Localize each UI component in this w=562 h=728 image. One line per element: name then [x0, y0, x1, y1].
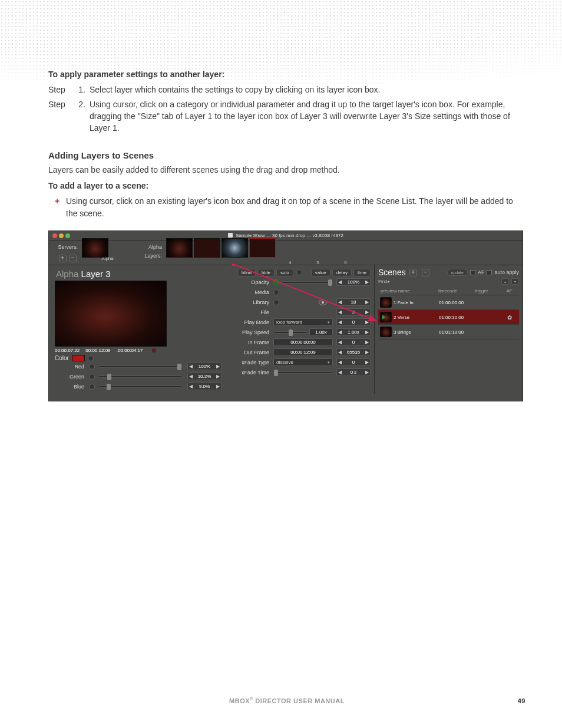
file-stepper[interactable]: ◀9▶ — [336, 308, 371, 316]
eye-icon[interactable] — [319, 299, 327, 305]
server-name-big: Alpha — [137, 244, 166, 250]
playspeed-slider[interactable] — [273, 331, 307, 334]
bullet-text: Using cursor, click on an existing layer… — [66, 195, 525, 220]
step-row: Step 2. Using cursor, click on a categor… — [48, 98, 525, 134]
inframe-stepper[interactable]: ◀0▶ — [336, 338, 371, 346]
playspeed-stepper[interactable]: ◀1.00x▶ — [336, 328, 371, 336]
scene-row[interactable]: 3 Bridge 01:01:18:00 — [378, 325, 519, 340]
remove-scene-button[interactable]: − — [422, 269, 429, 276]
delay-tab[interactable]: delay — [332, 269, 352, 276]
blind-button[interactable]: blind — [237, 269, 256, 276]
layer-thumb-1[interactable] — [194, 238, 220, 258]
gear-icon[interactable]: ✿ — [500, 314, 519, 321]
timecode-row: 00:00:07:22 00:00:12:09 -00:00:04:17 — [55, 348, 222, 353]
param-media: Media — [229, 287, 371, 297]
page-number: 49 — [345, 697, 525, 704]
scenes-header: Scenes + − update AF auto apply — [378, 268, 519, 277]
layer-preview[interactable] — [55, 281, 167, 347]
solo-indicator-icon — [296, 269, 302, 275]
xfadetime-slider[interactable] — [273, 371, 333, 374]
slider-label: Blue — [55, 384, 87, 390]
scene-timecode: 01:01:18:00 — [439, 330, 475, 335]
scene-name: 1 Fade In — [394, 300, 439, 305]
layer-slot-4[interactable]: 4 — [277, 238, 303, 258]
slider-label: Red — [55, 364, 87, 370]
bullet-row: + Using cursor, click on an existing lay… — [48, 195, 525, 220]
record-indicator-icon — [152, 348, 156, 353]
playmode-stepper[interactable]: ◀0▶ — [336, 318, 371, 326]
red-slider[interactable] — [98, 365, 182, 368]
step-label: Step — [48, 98, 77, 134]
server-thumb[interactable] — [82, 238, 108, 258]
value-tab[interactable]: value — [311, 269, 330, 276]
red-stepper[interactable]: ◀100%▶ — [187, 363, 222, 370]
find-label[interactable]: Find▸ — [378, 279, 390, 284]
page-footer: MBOX® DIRECTOR USER MANUAL 49 — [48, 697, 525, 704]
time-tab[interactable]: time — [353, 269, 371, 276]
auto-apply-checkbox[interactable]: auto apply — [487, 269, 519, 275]
layer-thumb-3[interactable] — [249, 238, 276, 258]
blue-slider[interactable] — [98, 386, 182, 388]
param-outframe: Out Frame 00:00:12:09 ◀65535▶ — [229, 347, 371, 357]
xfadetype-stepper[interactable]: ◀0▶ — [336, 358, 371, 366]
center-pane: blind hide solo value delay time Opacity… — [226, 265, 374, 394]
af-checkbox[interactable]: AF — [470, 269, 485, 275]
param-indicator-icon — [89, 374, 95, 380]
servers-block: Servers: + − Alpha — [49, 241, 137, 265]
param-library: Library ◀18▶ — [229, 297, 371, 307]
timecode-current: 00:00:07:22 — [55, 348, 80, 353]
inframe-readout[interactable]: 00:00:00:00 — [273, 338, 333, 346]
timecode-remaining: -00:00:04:17 — [117, 348, 143, 353]
layers-label: Layers: — [137, 253, 166, 259]
color-swatch[interactable] — [72, 355, 85, 361]
window-traffic-lights[interactable] — [52, 233, 70, 238]
minimize-icon[interactable] — [59, 233, 64, 238]
library-stepper[interactable]: ◀18▶ — [336, 298, 371, 306]
mode-buttons-row: blind hide solo value delay time — [229, 268, 371, 277]
color-indicator-icon — [88, 355, 94, 361]
xfadetime-stepper[interactable]: ◀0 s▶ — [336, 368, 371, 376]
layer-thumb-2[interactable] — [222, 238, 248, 258]
playmode-select[interactable]: loop forward▾ — [273, 318, 333, 326]
layer-slot-5[interactable]: 5 — [305, 238, 331, 258]
body-text: Layers can be easily added to different … — [48, 164, 525, 176]
color-header: Color — [55, 355, 222, 361]
scenes-pane: Scenes + − update AF auto apply Find▸ ▴ … — [374, 265, 523, 394]
param-xfadetype: xFade Type dissolve▾ ◀0▶ — [229, 357, 371, 367]
param-playmode: Play Mode loop forward▾ ◀0▶ — [229, 317, 371, 327]
blue-stepper[interactable]: ◀9.0%▶ — [187, 383, 222, 390]
solo-button[interactable]: solo — [276, 269, 293, 276]
layer-thumb-master[interactable] — [166, 238, 193, 258]
add-scene-button[interactable]: + — [409, 269, 417, 276]
sort-desc-button[interactable]: ▾ — [511, 278, 519, 285]
col-preview-name: preview name — [378, 288, 438, 294]
left-pane: Alpha Layer 3 00:00:07:22 00:00:12:09 -0… — [49, 265, 226, 394]
outframe-stepper[interactable]: ◀65535▶ — [336, 348, 371, 356]
layer-title-name: Layer 3 — [81, 269, 111, 279]
param-file: File ◀9▶ — [229, 307, 371, 317]
opacity-slider[interactable] — [282, 281, 333, 284]
hide-button[interactable]: hide — [257, 269, 275, 276]
step-number: 1. — [77, 84, 90, 95]
zoom-icon[interactable] — [65, 233, 70, 238]
update-button[interactable]: update — [447, 269, 468, 276]
green-stepper[interactable]: ◀10.2%▶ — [187, 373, 222, 380]
outframe-readout[interactable]: 00:00:12:09 — [273, 348, 333, 356]
slider-green: Green ◀10.2%▶ — [55, 371, 222, 381]
scene-row[interactable]: 2 Verse 01:00:30:00 ✿ — [378, 310, 519, 325]
green-slider[interactable] — [98, 375, 182, 378]
layer-slot-6[interactable]: 6 — [332, 238, 359, 258]
layer-title: Alpha Layer 3 — [56, 269, 222, 279]
step-text: Using cursor, click on a category or ind… — [90, 98, 525, 134]
add-server-button[interactable]: + — [59, 255, 67, 262]
xfadetype-select[interactable]: dissolve▾ — [273, 358, 333, 366]
sort-asc-button[interactable]: ▴ — [501, 278, 509, 285]
remove-server-button[interactable]: − — [69, 255, 77, 262]
scene-row[interactable]: 1 Fade In 01:00:00:00 — [378, 295, 519, 310]
param-indicator-icon — [273, 289, 279, 295]
param-opacity: Opacity ◀100%▶ — [229, 277, 371, 287]
timecode-duration: 00:00:12:09 — [85, 348, 110, 353]
close-icon[interactable] — [52, 233, 57, 238]
opacity-stepper[interactable]: ◀100%▶ — [336, 278, 371, 286]
section-heading-add-layers: Adding Layers to Scenes — [48, 150, 525, 160]
